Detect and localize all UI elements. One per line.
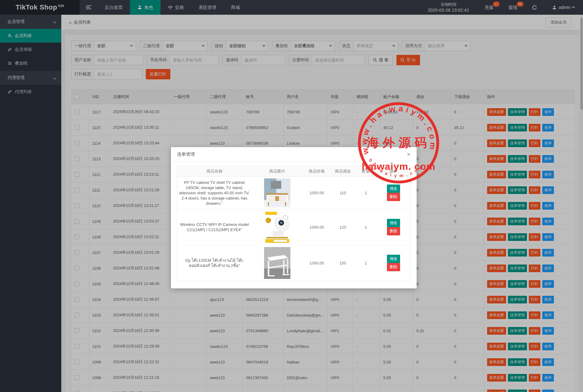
delete-button[interactable]: 删除 — [387, 263, 400, 271]
product-qty: 1 — [355, 177, 377, 209]
product-name: FP TV cabinet TV shelf TV cabinet 190CM,… — [179, 180, 250, 206]
product-image — [264, 247, 290, 279]
commission-button[interactable]: 佣金 — [387, 219, 400, 227]
product-price: 1000.00 — [303, 245, 331, 281]
product-table: 商品名称商品图片 商品价格商品佣金 数量操作 FP TV cabinet TV … — [177, 166, 411, 281]
product-image — [264, 211, 290, 243]
product-rows: FP TV cabinet TV shelf TV cabinet 190CM,… — [177, 177, 411, 281]
product-price: 1000.00 — [303, 177, 331, 209]
product-image — [264, 178, 290, 207]
modal-title: 连单管理 — [177, 151, 195, 157]
product-name: Oy โต๊ะ120CM โต๊ะทำงานไม้ โต๊ะ คอมพิวเตอ… — [179, 258, 250, 268]
delete-button[interactable]: 删除 — [387, 193, 400, 201]
modal-body: 商品名称商品图片 商品价格商品佣金 数量操作 FP TV cabinet TV … — [171, 162, 417, 285]
product-row: FP TV cabinet TV shelf TV cabinet 190CM,… — [177, 177, 411, 209]
product-price: 1000.00 — [303, 209, 331, 245]
product-header-row: 商品名称商品图片 商品价格商品佣金 数量操作 — [177, 166, 411, 177]
commission-button[interactable]: 佣金 — [387, 185, 400, 193]
product-commission: 150 — [331, 245, 355, 281]
product-row: Wireless CCTV WIFI IP Camera model C21(1… — [177, 209, 411, 245]
chain-order-modal: 连单管理 × 商品名称商品图片 商品价格商品佣金 数量操作 FP TV cabi… — [171, 147, 417, 288]
product-qty: 1 — [355, 209, 377, 245]
product-commission: 110 — [331, 177, 355, 209]
modal-header: 连单管理 × — [171, 147, 417, 162]
delete-button[interactable]: 删除 — [387, 227, 400, 235]
commission-button[interactable]: 佣金 — [387, 255, 400, 263]
product-qty: 1 — [355, 245, 377, 281]
product-name: Wireless CCTV WIFI IP Camera model C21(1… — [179, 222, 250, 232]
product-row: Oy โต๊ะ120CM โต๊ะทำงานไม้ โต๊ะ คอมพิวเตอ… — [177, 245, 411, 281]
product-commission: 120 — [331, 209, 355, 245]
close-icon[interactable]: × — [407, 151, 411, 157]
